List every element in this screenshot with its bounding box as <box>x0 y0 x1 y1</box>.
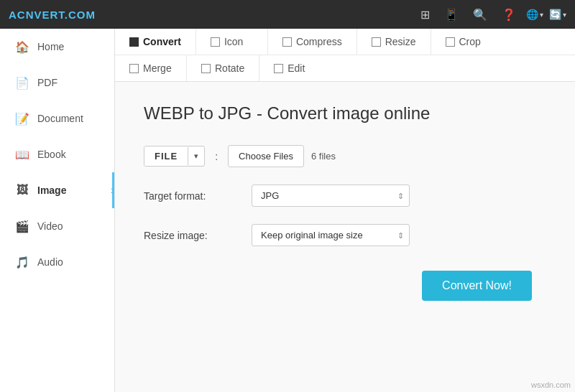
merge-check-icon <box>129 64 139 73</box>
file-btn-group: FILE ▾ <box>144 146 205 167</box>
top-navbar: ACNVERT.COM ⊞ 📱 🔍 ❓ 🌐 ▾ 🔄 ▾ <box>0 0 575 29</box>
sidebar-label-pdf: PDF <box>37 77 58 88</box>
mobile-icon[interactable]: 📱 <box>440 5 463 24</box>
crop-check-icon <box>446 37 455 47</box>
sub-nav-rotate[interactable]: Rotate <box>187 55 259 81</box>
sub-nav-resize[interactable]: Resize <box>357 29 431 55</box>
target-format-select[interactable]: JPG PNG WEBP GIF BMP TIFF <box>252 185 410 207</box>
sub-nav-compress-label: Compress <box>296 36 342 47</box>
resize-check-icon <box>372 37 381 47</box>
sidebar-label-document: Document <box>37 113 83 124</box>
audio-icon: 🎵 <box>14 254 30 270</box>
icon-check-icon <box>211 37 220 47</box>
files-count: 6 files <box>311 151 336 162</box>
file-row: FILE ▾ : Choose Files 6 files <box>144 145 546 167</box>
resize-image-label: Resize image: <box>144 230 252 241</box>
language-icon: 🌐 <box>526 9 538 20</box>
sidebar-item-home[interactable]: 🏠 Home <box>0 29 114 65</box>
sidebar-chevron-icon: › <box>111 184 114 197</box>
file-main-button[interactable]: FILE <box>144 146 188 166</box>
rotate-check-icon <box>201 64 211 73</box>
resize-image-select-wrapper: Keep original image size Custom size Per… <box>252 224 410 246</box>
sub-nav-convert[interactable]: Convert <box>115 29 196 55</box>
sidebar-label-video: Video <box>37 220 63 232</box>
watermark: wsxdn.com <box>531 381 571 389</box>
language-selector[interactable]: 🌐 ▾ <box>526 9 543 20</box>
logo-accent: AC <box>9 9 26 21</box>
target-format-select-wrapper: JPG PNG WEBP GIF BMP TIFF <box>252 185 410 207</box>
pdf-icon: 📄 <box>14 75 30 90</box>
sub-nav-resize-label: Resize <box>385 36 416 47</box>
compress-check-icon <box>282 37 292 47</box>
sub-nav-rotate-label: Rotate <box>215 62 244 74</box>
sub-nav-crop[interactable]: Crop <box>431 29 503 55</box>
sidebar-item-pdf[interactable]: 📄 PDF <box>0 65 114 101</box>
sub-nav-merge-label: Merge <box>143 62 172 74</box>
refresh-icon: 🔄 <box>549 9 561 20</box>
sidebar: 🏠 Home 📄 PDF 📝 Document 📖 Ebook 🖼 Image … <box>0 29 115 392</box>
sub-nav-icon[interactable]: Icon <box>196 29 268 55</box>
site-logo: ACNVERT.COM <box>9 9 96 21</box>
resize-image-row: Resize image: Keep original image size C… <box>144 224 546 246</box>
sidebar-item-document[interactable]: 📝 Document <box>0 101 114 136</box>
file-dropdown-button[interactable]: ▾ <box>188 147 204 165</box>
sub-nav-edit[interactable]: Edit <box>259 55 331 81</box>
content-area: Convert Icon Compress Resize Crop <box>115 29 575 392</box>
video-icon: 🎬 <box>14 218 30 234</box>
sub-nav-compress[interactable]: Compress <box>268 29 357 55</box>
convert-now-button[interactable]: Convert Now! <box>422 271 532 301</box>
refresh-arrow: ▾ <box>563 11 566 19</box>
sub-nav-row-2: Merge Rotate Edit <box>115 55 575 81</box>
sub-nav-crop-label: Crop <box>459 36 481 47</box>
help-icon[interactable]: ❓ <box>497 5 520 24</box>
main-area: 🏠 Home 📄 PDF 📝 Document 📖 Ebook 🖼 Image … <box>0 29 575 392</box>
sub-nav-edit-label: Edit <box>288 62 305 74</box>
sidebar-item-image[interactable]: 🖼 Image › <box>0 172 114 208</box>
sidebar-item-audio[interactable]: 🎵 Audio <box>0 244 114 280</box>
sub-nav-convert-label: Convert <box>143 36 181 47</box>
target-format-row: Target format: JPG PNG WEBP GIF BMP TIFF <box>144 185 546 207</box>
sidebar-label-home: Home <box>37 41 64 52</box>
page-title: WEBP to JPG - Convert image online <box>144 103 546 123</box>
convert-check-icon <box>129 37 139 47</box>
target-format-label: Target format: <box>144 190 252 202</box>
home-icon: 🏠 <box>14 39 30 55</box>
refresh-selector[interactable]: 🔄 ▾ <box>549 9 566 20</box>
sidebar-item-ebook[interactable]: 📖 Ebook <box>0 136 114 172</box>
file-controls: FILE ▾ : Choose Files 6 files <box>144 145 336 167</box>
sidebar-label-audio: Audio <box>37 256 63 268</box>
target-format-controls: JPG PNG WEBP GIF BMP TIFF <box>252 185 410 207</box>
search-icon[interactable]: 🔍 <box>469 5 492 24</box>
language-arrow: ▾ <box>540 11 543 19</box>
nav-icons: ⊞ 📱 🔍 ❓ 🌐 ▾ 🔄 ▾ <box>416 5 566 24</box>
sidebar-label-ebook: Ebook <box>37 149 66 160</box>
resize-image-controls: Keep original image size Custom size Per… <box>252 224 410 246</box>
grid-icon[interactable]: ⊞ <box>416 5 434 24</box>
choose-files-button[interactable]: Choose Files <box>228 145 304 167</box>
sub-nav-merge[interactable]: Merge <box>115 55 187 81</box>
colon-separator: : <box>215 151 218 162</box>
document-icon: 📝 <box>14 111 30 126</box>
sub-nav-icon-label: Icon <box>224 36 243 47</box>
edit-check-icon <box>274 64 283 73</box>
image-icon: 🖼 <box>14 182 30 198</box>
convert-now-row: Convert Now! <box>144 263 546 301</box>
sidebar-label-image: Image <box>37 185 66 196</box>
ebook-icon: 📖 <box>14 146 30 162</box>
sub-nav-row-1: Convert Icon Compress Resize Crop <box>115 29 575 55</box>
sidebar-item-video[interactable]: 🎬 Video <box>0 208 114 244</box>
resize-image-select[interactable]: Keep original image size Custom size Per… <box>252 224 410 246</box>
page-body: WEBP to JPG - Convert image online FILE … <box>115 82 575 392</box>
sub-nav: Convert Icon Compress Resize Crop <box>115 29 575 82</box>
